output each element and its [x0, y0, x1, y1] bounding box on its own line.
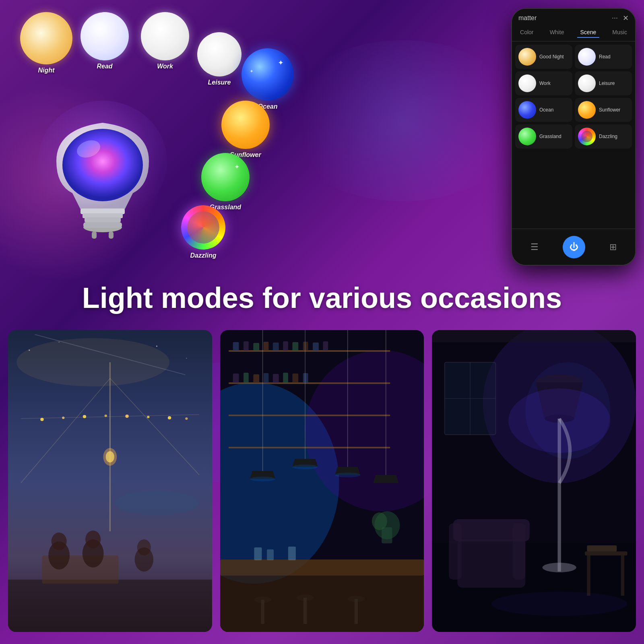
- ocean-bubble-phone: [518, 101, 536, 119]
- scene-bubble-sunflower[interactable]: Sunflower: [221, 101, 270, 159]
- svg-rect-46: [233, 342, 239, 351]
- svg-point-31: [85, 530, 101, 548]
- tab-scene[interactable]: Scene: [577, 27, 600, 38]
- phone-menu-dots[interactable]: ···: [612, 14, 618, 23]
- phone-scene-read[interactable]: Read: [575, 45, 632, 69]
- svg-rect-56: [233, 374, 239, 383]
- svg-point-34: [114, 491, 199, 515]
- main-headline: Light modes for various occasions: [82, 281, 562, 314]
- svg-rect-81: [261, 600, 264, 624]
- svg-point-22: [185, 417, 188, 420]
- svg-point-36: [59, 342, 60, 343]
- svg-rect-57: [244, 373, 249, 383]
- svg-rect-60: [273, 374, 279, 383]
- phone-scene-sunflower[interactable]: Sunflower: [575, 98, 632, 122]
- svg-point-16: [62, 417, 64, 419]
- svg-rect-45: [229, 447, 390, 448]
- svg-rect-83: [303, 598, 307, 624]
- work-bubble-phone: [518, 74, 536, 92]
- svg-rect-8: [92, 231, 97, 239]
- photos-section: [8, 330, 636, 632]
- tab-white[interactable]: White: [547, 27, 568, 38]
- phone-scene-grassland[interactable]: Grassland: [515, 124, 572, 149]
- power-icon: ⏻: [570, 242, 578, 252]
- phone-power-button[interactable]: ⏻: [563, 236, 585, 258]
- grassland-label-phone: Grassland: [539, 134, 561, 139]
- photo-bedroom-interior: [432, 330, 636, 632]
- sunflower-bubble-phone: [578, 101, 596, 119]
- svg-point-69: [292, 464, 318, 469]
- scene-bubble-leisure[interactable]: Leisure: [197, 32, 242, 86]
- svg-rect-106: [585, 551, 627, 555]
- leisure-bubble: [197, 32, 242, 76]
- phone-scene-dazzling[interactable]: Dazzling: [575, 124, 632, 149]
- phone-top-icons: ··· ✕: [612, 14, 629, 23]
- photo-bedroom: [432, 330, 636, 632]
- phone-scene-leisure[interactable]: Leisure: [575, 71, 632, 95]
- bulb-image: [32, 89, 173, 242]
- phone-close-icon[interactable]: ✕: [623, 14, 629, 23]
- phone-scene-ocean[interactable]: Ocean: [515, 98, 572, 122]
- good-night-label: Good Night: [539, 54, 564, 60]
- work-label-phone: Work: [539, 80, 551, 86]
- phone-timer-icon[interactable]: ☰: [530, 242, 539, 252]
- svg-point-17: [83, 415, 86, 418]
- svg-point-72: [335, 473, 360, 477]
- svg-rect-62: [292, 374, 298, 383]
- read-bubble-phone: [578, 48, 596, 66]
- phone-mockup: matter ··· ✕ Color White Scene Music Goo…: [511, 8, 636, 266]
- dazzling-bubble-phone: [578, 128, 596, 145]
- svg-rect-76: [220, 576, 424, 632]
- svg-rect-75: [220, 559, 424, 576]
- scene-bubble-night[interactable]: Night: [20, 12, 72, 74]
- scene-bubble-read[interactable]: Read: [80, 12, 129, 70]
- svg-rect-51: [283, 341, 288, 351]
- phone-grid-icon[interactable]: ⊞: [609, 242, 617, 252]
- svg-point-66: [250, 477, 275, 481]
- phone-scene-work[interactable]: Work: [515, 71, 572, 95]
- svg-point-88: [372, 512, 387, 530]
- svg-rect-3: [80, 208, 125, 214]
- svg-rect-85: [354, 599, 357, 624]
- scene-bubble-work[interactable]: Work: [141, 12, 189, 70]
- night-bubble: [20, 12, 72, 64]
- svg-rect-59: [263, 373, 268, 383]
- svg-rect-47: [244, 341, 249, 351]
- work-bubble: [141, 12, 189, 60]
- phone-scene-good-night[interactable]: Good Night: [515, 45, 572, 69]
- sunflower-label-phone: Sunflower: [599, 107, 620, 113]
- svg-rect-53: [303, 342, 308, 351]
- top-section: Night Read Work Leisure Ocean Sunflower: [8, 8, 636, 274]
- tab-color[interactable]: Color: [517, 27, 537, 38]
- leisure-label: Leisure: [208, 79, 231, 86]
- svg-rect-50: [273, 343, 279, 351]
- svg-rect-97: [558, 419, 561, 572]
- svg-point-29: [52, 533, 67, 550]
- svg-point-10: [17, 338, 169, 386]
- dazzling-bubble: [181, 205, 225, 250]
- dazzling-label-phone: Dazzling: [599, 134, 617, 139]
- phone-tabs: Color White Scene Music: [512, 26, 635, 41]
- svg-rect-107: [587, 555, 590, 596]
- svg-rect-7: [83, 222, 122, 228]
- svg-rect-9: [109, 231, 114, 239]
- tab-music[interactable]: Music: [609, 27, 630, 38]
- svg-rect-61: [283, 373, 288, 383]
- photo-camping-interior: [8, 330, 212, 632]
- phone-scenes-grid: Good Night Read Work Leisure Ocean: [512, 41, 635, 152]
- svg-rect-92: [432, 330, 636, 342]
- night-label: Night: [38, 67, 55, 74]
- scene-bubble-dazzling[interactable]: Dazzling: [181, 205, 225, 259]
- scene-bubble-grassland[interactable]: Grassland: [201, 153, 250, 211]
- svg-point-15: [40, 418, 43, 421]
- svg-point-98: [543, 563, 576, 572]
- svg-point-25: [106, 451, 114, 462]
- sunflower-bubble: [221, 101, 270, 149]
- svg-rect-55: [323, 341, 328, 351]
- svg-point-37: [156, 346, 157, 347]
- svg-rect-63: [303, 373, 308, 383]
- svg-rect-78: [267, 549, 274, 560]
- svg-rect-26: [8, 580, 212, 632]
- svg-rect-49: [263, 342, 268, 351]
- svg-rect-108: [621, 555, 624, 596]
